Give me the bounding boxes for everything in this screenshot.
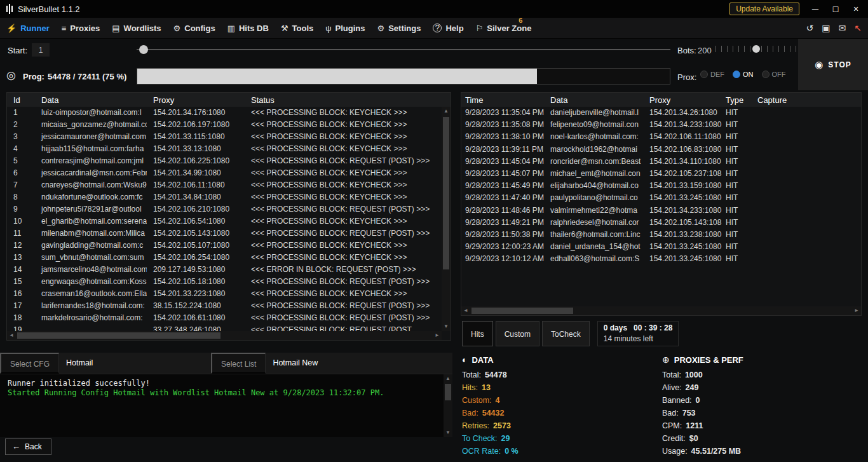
column-header[interactable]: Status <box>245 95 451 105</box>
table-row[interactable]: 9/28/2023 11:49:21 PM ralphriedesel@hotm… <box>461 217 861 229</box>
minimize-button[interactable]: ─ <box>810 4 821 14</box>
scroll-down-icon[interactable]: ▼ <box>444 428 452 437</box>
scrollbar-thumb[interactable] <box>445 384 451 400</box>
table-row[interactable]: 10 el_gharib@hotmail.com:serena 154.202.… <box>7 215 442 228</box>
scrollbar-thumb[interactable] <box>17 332 220 339</box>
table-row[interactable]: 5 contrerasjim@hotmail.com:jml 154.202.1… <box>7 155 442 167</box>
table-row[interactable]: 4 hijjaab115@hotmail.com:farha 154.201.3… <box>7 143 442 155</box>
scroll-left-icon[interactable]: ◄ <box>7 331 16 340</box>
scroll-down-icon[interactable]: ▼ <box>442 322 451 331</box>
slider-knob[interactable] <box>139 45 148 54</box>
cursor-icon[interactable]: ↖ <box>854 23 862 33</box>
history-icon[interactable]: ↺ <box>806 23 814 33</box>
radio-icon[interactable] <box>700 71 708 78</box>
cell-status: <<< PROCESSING BLOCK: KEYCHECK >>> <box>245 215 442 228</box>
bots-slider[interactable] <box>715 43 797 55</box>
stop-button[interactable]: ◉ STOP <box>798 39 868 90</box>
table-row[interactable]: 14 jamsmarcelino48@hotmail.com 209.127.1… <box>7 264 442 276</box>
nav-item-silver-zone[interactable]: ⚐ Silver Zone 6 <box>476 24 532 33</box>
close-button[interactable]: × <box>850 4 862 14</box>
data-stats-title: DATA <box>471 355 493 365</box>
start-input[interactable] <box>32 43 50 57</box>
maximize-button[interactable]: □ <box>830 4 841 14</box>
nav-item-configs[interactable]: ⚙ Configs <box>173 24 215 33</box>
table-row[interactable]: 11 milenabm@hotmail.com:Milica 154.202.1… <box>7 228 442 240</box>
nav-item-help[interactable]: ? Help <box>433 24 463 33</box>
nav-item-tools[interactable]: ⚒ Tools <box>281 24 313 33</box>
table-row[interactable]: 17 larifernandes18@hotmail.com: 38.15.15… <box>7 300 442 312</box>
runner-table: Id Data Proxy Status 1 luiz-oimpostor@ho… <box>6 92 451 341</box>
table-row[interactable]: 9/28/2023 11:47:40 PM paulypolitano@hotm… <box>461 192 861 204</box>
table-row[interactable]: 12 gavingladding@hotmail.com:c 154.202.1… <box>7 240 442 252</box>
back-button[interactable]: ← Back <box>5 438 51 455</box>
results-tab[interactable]: Custom <box>496 321 539 346</box>
table-row[interactable]: 1 luiz-oimpostor@hotmail.com:l 154.201.3… <box>7 107 442 119</box>
scroll-left-icon[interactable]: ◄ <box>461 306 470 315</box>
table-row[interactable]: 16 craseman16@outlook.com:Ella 154.201.3… <box>7 288 442 300</box>
select-cfg-button[interactable]: Select CFG <box>0 353 59 374</box>
table-row[interactable]: 9/28/2023 11:39:11 PM marockhold1962@hot… <box>461 144 861 156</box>
table-row[interactable]: 7 cnareyes@hotmail.com:Wsku9 154.202.106… <box>7 179 442 191</box>
log-scrollbar[interactable]: ▲ ▼ <box>444 374 452 437</box>
table-row[interactable]: 8 ndukafortune@outlook.com:fc 154.201.34… <box>7 191 442 203</box>
column-header[interactable]: Time <box>461 95 546 105</box>
table-row[interactable]: 9/28/2023 11:45:49 PM elijaharbo404@hotm… <box>461 180 861 192</box>
table-row[interactable]: 9/29/2023 12:10:12 AM edhall063@hotmail.… <box>461 253 861 265</box>
results-tab[interactable]: Hits <box>462 321 493 346</box>
nav-item-hits-db[interactable]: ▥ Hits DB <box>227 24 269 33</box>
scroll-up-icon[interactable]: ▲ <box>442 107 451 116</box>
progress-bar <box>137 68 670 85</box>
table-row[interactable]: 9/28/2023 11:50:38 PM thailer6@hotmail.c… <box>461 229 861 241</box>
stat-row: CPM: 1211 <box>662 419 743 432</box>
table-row[interactable]: 9/28/2023 11:35:08 PM felipeneto09@hotma… <box>461 119 861 131</box>
table-row[interactable]: 6 jessicacardinal@msn.com:Febr 154.201.3… <box>7 167 442 179</box>
nav-item-settings[interactable]: ⚙ Settings <box>377 24 421 33</box>
scroll-right-icon[interactable]: ► <box>852 306 861 315</box>
nav-item-proxies[interactable]: ≡ Proxies <box>62 24 100 33</box>
nav-item-plugins[interactable]: ψ Plugins <box>325 24 365 33</box>
table-row[interactable]: 9/28/2023 11:48:46 PM valmirmehmeti22@ho… <box>461 205 861 217</box>
prox-radio-option[interactable]: OFF <box>762 71 786 78</box>
scrollbar-thumb[interactable] <box>471 308 573 314</box>
select-list-button[interactable]: Select List <box>211 353 266 374</box>
results-tab[interactable]: ToCheck <box>542 321 590 346</box>
update-available-button[interactable]: Update Available <box>729 3 799 15</box>
column-header[interactable]: Proxy <box>646 95 722 105</box>
column-header[interactable]: Proxy <box>147 95 245 105</box>
prox-radio-option[interactable]: ON <box>733 71 754 78</box>
scrollbar-thumb[interactable] <box>443 117 449 269</box>
radio-icon[interactable] <box>762 71 770 78</box>
column-header[interactable]: Type <box>722 95 754 105</box>
chat-icon[interactable]: ✉ <box>839 23 846 33</box>
prox-radio-option[interactable]: DEF <box>700 71 724 78</box>
camera-icon[interactable]: ▣ <box>822 23 830 33</box>
table-row[interactable]: 9/28/2023 11:45:04 PM roncrider@msn.com:… <box>461 156 861 168</box>
column-header[interactable]: Id <box>7 95 35 105</box>
table-row[interactable]: 2 micaias_gonzamez@hotmail.co 154.202.10… <box>7 119 442 131</box>
vertical-scrollbar[interactable]: ▲ ▼ <box>442 107 451 331</box>
radio-icon[interactable] <box>733 71 740 78</box>
horizontal-scrollbar[interactable]: ◄ ► <box>7 331 442 340</box>
table-row[interactable]: 19 33.27.348.246:1080 <<< PROCESSING BLO… <box>7 324 442 331</box>
column-header[interactable]: Data <box>35 95 147 105</box>
table-row[interactable]: 9/28/2023 11:38:10 PM noel-karlos@hotmai… <box>461 131 861 143</box>
table-row[interactable]: 3 jessicamauroner@hotmail.com 154.201.33… <box>7 131 442 143</box>
nav-item-wordlists[interactable]: ▤ Wordlists <box>112 24 161 33</box>
data-stats-rows: Total: 54478 Hits: 13 Custom: 4 Bad: 544… <box>462 369 519 458</box>
column-header[interactable]: Data <box>546 95 646 105</box>
nav-item-runner[interactable]: ⚡ Runner <box>6 24 50 33</box>
position-slider[interactable] <box>137 44 670 55</box>
table-row[interactable]: 13 sum_vbnut@hotmail.com:sum 154.202.106… <box>7 252 442 264</box>
scroll-up-icon[interactable]: ▲ <box>444 374 452 383</box>
table-row[interactable]: 18 markdelrosario@hotmail.com: 154.202.1… <box>7 312 442 324</box>
horizontal-scrollbar[interactable]: ◄ ► <box>461 306 861 315</box>
bots-slider-knob[interactable] <box>752 45 760 53</box>
table-row[interactable]: 9/29/2023 12:00:23 AM daniel_urdaneta_15… <box>461 241 861 253</box>
scroll-right-icon[interactable]: ► <box>433 331 442 340</box>
slider-track[interactable] <box>137 49 670 50</box>
column-header[interactable]: Capture <box>754 95 861 105</box>
table-row[interactable]: 15 engrwaqas@hotmail.com:Koss 154.202.10… <box>7 276 442 288</box>
table-row[interactable]: 9 johnpeteru5i78291ar@outlool 154.202.10… <box>7 203 442 215</box>
table-row[interactable]: 9/28/2023 11:45:07 PM michael_emt@hotmai… <box>461 168 861 180</box>
table-row[interactable]: 9/28/2023 11:35:04 PM danieljubenville@h… <box>461 107 861 119</box>
